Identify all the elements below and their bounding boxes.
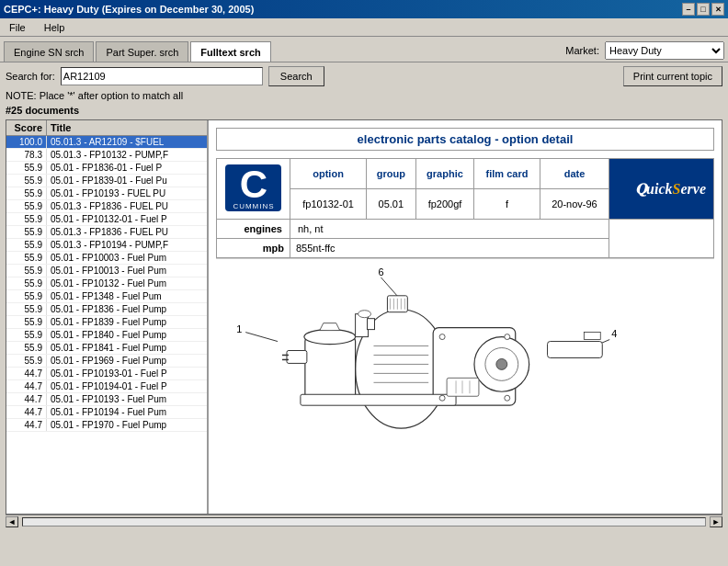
- market-select[interactable]: Heavy Duty Medium Duty Light Duty: [605, 41, 724, 60]
- result-title: 05.01.3 - FP1836 - FUEL PU: [47, 200, 207, 212]
- parts-diagram-svg: 6 1 4: [216, 259, 714, 442]
- svg-rect-18: [368, 319, 375, 330]
- table-row[interactable]: 55.905.01 - FP10132-01 - Fuel P: [6, 213, 207, 226]
- window-title: CEPC+: Heavy Duty (Expires on December 3…: [4, 4, 254, 15]
- table-row[interactable]: 55.905.01.3 - FP1836 - FUEL PU: [6, 200, 207, 213]
- result-title: 05.01 - FP1840 - Fuel Pump: [47, 329, 207, 341]
- result-title: 05.01 - FP1839 - Fuel Pump: [47, 316, 207, 328]
- svg-text:C: C: [240, 163, 267, 206]
- table-row[interactable]: 55.905.01 - FP10132 - Fuel Pum: [6, 277, 207, 290]
- table-row[interactable]: 44.705.01 - FP10194-01 - Fuel P: [6, 380, 207, 393]
- scroll-track[interactable]: [22, 517, 706, 526]
- minimize-icon: –: [686, 5, 690, 14]
- table-row[interactable]: 44.705.01 - FP10193-01 - Fuel P: [6, 368, 207, 380]
- main-area: Search for: Search Print current topic N…: [0, 62, 728, 531]
- svg-point-16: [496, 358, 507, 369]
- table-row[interactable]: 55.905.01 - FP1348 - Fuel Pum: [6, 290, 207, 303]
- result-score: 100.0: [6, 136, 47, 148]
- table-row[interactable]: 55.905.01 - FP1969 - Fuel Pump: [6, 355, 207, 368]
- tab-engine-sn[interactable]: Engine SN srch: [4, 41, 94, 62]
- header-date: date: [540, 159, 609, 189]
- table-row[interactable]: 55.905.01 - FP1836-01 - Fuel P: [6, 162, 207, 175]
- table-row[interactable]: 44.705.01 - FP1970 - Fuel Pump: [6, 419, 207, 432]
- result-title: 05.01 - FP10132-01 - Fuel P: [47, 213, 207, 225]
- tab-part-super[interactable]: Part Super. srch: [96, 41, 188, 62]
- table-row[interactable]: 55.905.01 - FP10193 - FUEL PU: [6, 187, 207, 200]
- table-row[interactable]: 78.305.01.3 - FP10132 - PUMP,F: [6, 149, 207, 162]
- svg-rect-11: [305, 337, 356, 402]
- result-title: 05.01 - FP10003 - Fuel Pum: [47, 252, 207, 264]
- content-panel: electronic parts catalog - option detail…: [209, 120, 722, 514]
- note-text: NOTE: Place '*' after option to match al…: [6, 90, 722, 101]
- bottom-scrollbar[interactable]: ◄ ►: [6, 515, 722, 527]
- table-row[interactable]: 55.905.01 - FP1839 - Fuel Pump: [6, 316, 207, 329]
- table-row[interactable]: 55.905.01 - FP10013 - Fuel Pum: [6, 265, 207, 277]
- print-button[interactable]: Print current topic: [623, 66, 722, 86]
- maximize-icon: □: [700, 5, 705, 14]
- search-input[interactable]: [61, 67, 263, 85]
- cummins-logo-cell: C CUMMINS: [217, 159, 290, 220]
- cummins-logo: C CUMMINS: [223, 163, 283, 213]
- table-row[interactable]: 55.905.01.3 - FP1836 - FUEL PU: [6, 226, 207, 239]
- menu-help[interactable]: Help: [39, 20, 71, 35]
- tab-fulltext[interactable]: Fulltext srch: [190, 41, 270, 62]
- result-score: 44.7: [6, 406, 47, 418]
- menu-file[interactable]: File: [4, 20, 31, 35]
- svg-text:4: 4: [611, 328, 617, 339]
- scroll-left-button[interactable]: ◄: [6, 516, 18, 527]
- table-row[interactable]: 55.905.01 - FP10003 - Fuel Pum: [6, 252, 207, 265]
- window-controls: – □ ✕: [682, 3, 724, 16]
- catalog-container: electronic parts catalog - option detail…: [209, 120, 722, 449]
- maximize-button[interactable]: □: [697, 3, 710, 16]
- result-title: 05.01 - FP10193 - FUEL PU: [47, 187, 207, 199]
- result-title: 05.01.3 - FP10132 - PUMP,F: [47, 149, 207, 161]
- table-row[interactable]: 55.905.01 - FP1839-01 - Fuel Pu: [6, 175, 207, 187]
- table-row[interactable]: 44.705.01 - FP10193 - Fuel Pum: [6, 393, 207, 406]
- minimize-button[interactable]: –: [682, 3, 695, 16]
- header-film-card: film card: [474, 159, 540, 189]
- result-score: 55.9: [6, 226, 47, 238]
- result-title: 05.01 - FP10193-01 - Fuel P: [47, 368, 207, 379]
- header-score: Score: [6, 120, 47, 135]
- svg-rect-38: [447, 378, 479, 396]
- result-title: 05.01 - FP10194 - Fuel Pum: [47, 406, 207, 418]
- tabs-market-row: Engine SN srch Part Super. srch Fulltext…: [0, 37, 728, 62]
- result-score: 55.9: [6, 303, 47, 315]
- mpb-row: mpb 855nt-ffc: [217, 239, 714, 258]
- title-bar: CEPC+: Heavy Duty (Expires on December 3…: [0, 0, 728, 18]
- table-row[interactable]: 55.905.01 - FP1840 - Fuel Pump: [6, 329, 207, 342]
- close-button[interactable]: ✕: [711, 3, 724, 16]
- result-title: 05.01 - FP10194-01 - Fuel P: [47, 380, 207, 392]
- data-graphic: fp200gf: [415, 189, 474, 220]
- result-title: 05.01 - FP1969 - Fuel Pump: [47, 355, 207, 367]
- tabs-left: Engine SN srch Part Super. srch Fulltext…: [4, 41, 271, 62]
- mpb-value: 855nt-ffc: [290, 239, 609, 258]
- svg-rect-42: [287, 351, 307, 364]
- result-score: 55.9: [6, 329, 47, 341]
- diagram-area: 6 1 4: [216, 258, 714, 442]
- results-header: Score Title: [6, 120, 207, 136]
- header-graphic: graphic: [415, 159, 474, 189]
- result-title: 05.01 - FP1839-01 - Fuel Pu: [47, 175, 207, 187]
- table-row[interactable]: 44.705.01 - FP10194 - Fuel Pum: [6, 406, 207, 419]
- result-score: 44.7: [6, 380, 47, 392]
- table-row[interactable]: 100.005.01.3 - AR12109 - $FUEL: [6, 136, 207, 149]
- result-title: 05.01 - FP1970 - Fuel Pump: [47, 419, 207, 431]
- table-row[interactable]: 55.905.01 - FP1841 - Fuel Pump: [6, 342, 207, 355]
- search-button[interactable]: Search: [268, 66, 324, 86]
- svg-marker-45: [320, 323, 340, 331]
- table-row[interactable]: 55.905.01 - FP1836 - Fuel Pump: [6, 303, 207, 316]
- result-title: 05.01.3 - FP10194 - PUMP,F: [47, 239, 207, 251]
- svg-point-36: [439, 395, 445, 401]
- result-title: 05.01.3 - AR12109 - $FUEL: [47, 136, 207, 148]
- svg-text:1: 1: [236, 323, 242, 334]
- result-title: 05.01 - FP10132 - Fuel Pum: [47, 277, 207, 289]
- svg-rect-26: [301, 394, 456, 405]
- result-title: 05.01 - FP1836-01 - Fuel P: [47, 162, 207, 174]
- scroll-right-button[interactable]: ►: [710, 516, 722, 527]
- svg-rect-32: [548, 342, 603, 358]
- table-row[interactable]: 55.905.01.3 - FP10194 - PUMP,F: [6, 239, 207, 252]
- engines-row: engines nh, nt: [217, 220, 714, 239]
- mpb-label: mpb: [217, 239, 290, 258]
- menu-bar: File Help: [0, 18, 728, 37]
